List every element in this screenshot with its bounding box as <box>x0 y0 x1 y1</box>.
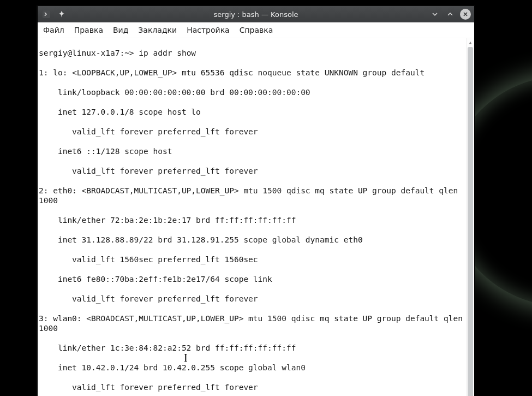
output-line: link/loopback 00:00:00:00:00:00 brd 00:0… <box>39 87 465 97</box>
scrollbar-thumb[interactable] <box>468 47 473 396</box>
output-line: 2: eth0: <BROADCAST,MULTICAST,UP,LOWER_U… <box>39 186 465 205</box>
ibeam-cursor-icon: I <box>184 353 188 363</box>
output-line: inet6 ::1/128 scope host <box>39 146 465 156</box>
close-button[interactable] <box>460 9 471 20</box>
menu-edit[interactable]: Правка <box>73 25 104 36</box>
output-line: inet6 fe80::70ba:2eff:fe1b:2e17/64 scope… <box>39 274 465 284</box>
titlebar-left <box>38 9 106 20</box>
terminal-area: sergiy@linux-x1a7:~> ip addr show 1: lo:… <box>38 38 474 396</box>
prompt-text: sergiy@linux-x1a7:~> <box>39 49 139 57</box>
output-line: valid_lft forever preferred_lft forever <box>39 127 465 137</box>
terminal-output[interactable]: sergiy@linux-x1a7:~> ip addr show 1: lo:… <box>38 38 466 396</box>
output-line: valid_lft 1560sec preferred_lft 1560sec <box>39 255 465 264</box>
konsole-window: sergiy : bash — Konsole Файл Правка Вид … <box>37 5 475 396</box>
command-text: ip addr show <box>139 49 196 57</box>
output-line: inet 31.128.88.89/22 brd 31.128.91.255 s… <box>39 235 465 245</box>
output-line: link/ether 1c:3e:84:82:a2:52 brd ff:ff:f… <box>39 343 465 353</box>
menu-help[interactable]: Справка <box>238 25 274 36</box>
scrollbar[interactable]: ▴ ▾ <box>466 38 474 396</box>
pin-icon[interactable] <box>56 9 67 20</box>
titlebar-right <box>405 9 474 20</box>
output-line: valid_lft forever preferred_lft forever <box>39 166 465 176</box>
scroll-up-button[interactable]: ▴ <box>467 38 474 46</box>
menubar: Файл Правка Вид Закладки Настройка Справ… <box>38 22 474 38</box>
maximize-button[interactable] <box>445 9 456 20</box>
output-line: valid_lft forever preferred_lft forever <box>39 382 465 392</box>
output-line: link/ether 72:ba:2e:1b:2e:17 brd ff:ff:f… <box>39 215 465 225</box>
window-title: sergiy : bash — Konsole <box>106 10 405 19</box>
output-line: valid_lft forever preferred_lft forever <box>39 294 465 304</box>
terminal-prompt-icon[interactable] <box>41 9 52 20</box>
window-titlebar[interactable]: sergiy : bash — Konsole <box>38 6 474 22</box>
menu-view[interactable]: Вид <box>112 25 129 36</box>
prompt-line: sergiy@linux-x1a7:~> ip addr show <box>39 48 465 58</box>
minimize-button[interactable] <box>429 9 440 20</box>
output-line: inet 127.0.0.1/8 scope host lo <box>39 107 465 117</box>
menu-settings[interactable]: Настройка <box>186 25 231 36</box>
menu-file[interactable]: Файл <box>42 25 65 36</box>
output-line: 1: lo: <LOOPBACK,UP,LOWER_UP> mtu 65536 … <box>39 68 465 78</box>
menu-bookmarks[interactable]: Закладки <box>137 25 178 36</box>
output-line: 3: wlan0: <BROADCAST,MULTICAST,UP,LOWER_… <box>39 314 465 333</box>
output-line: inet 10.42.0.1/24 brd 10.42.0.255 scope … <box>39 363 465 373</box>
